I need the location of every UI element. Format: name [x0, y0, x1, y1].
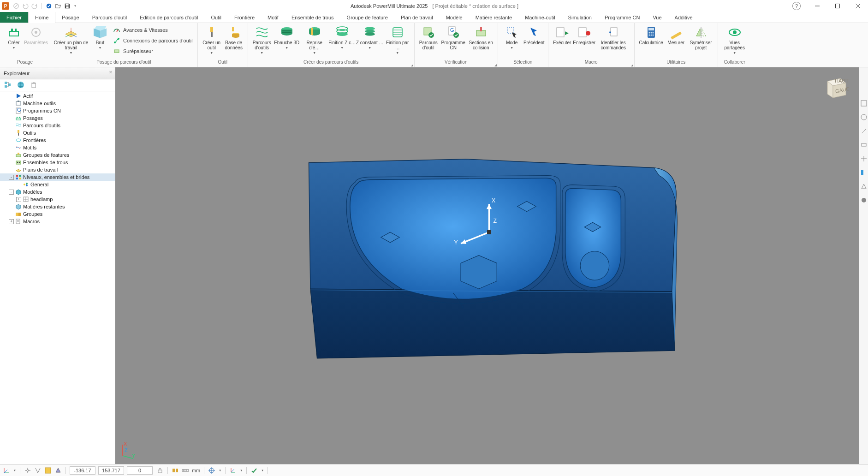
- connexions-parcours-button[interactable]: Connexions de parcours d'outil: [111, 36, 195, 46]
- close-button[interactable]: [848, 0, 868, 12]
- rtool-5-icon[interactable]: [860, 155, 868, 162]
- tree-item[interactable]: Frontières: [0, 137, 115, 144]
- maximize-button[interactable]: [827, 0, 848, 12]
- finition-par-button[interactable]: Finition par …▼: [384, 24, 411, 54]
- calculatrice-button[interactable]: Calculatrice: [637, 24, 665, 45]
- status-ortho-icon[interactable]: [34, 467, 42, 474]
- rtool-4-icon[interactable]: [860, 141, 868, 149]
- tree-item[interactable]: Matières restantes: [0, 203, 115, 210]
- tree-item[interactable]: Machine-outils: [0, 100, 115, 107]
- tree-item[interactable]: Plans de travail: [0, 166, 115, 173]
- rtool-6-icon[interactable]: [860, 169, 868, 176]
- dialog-launcher-icon[interactable]: [411, 64, 413, 66]
- tab-modele[interactable]: Modèle: [440, 12, 469, 23]
- qat-redo-icon[interactable]: [31, 3, 38, 9]
- minimize-button[interactable]: [807, 0, 827, 12]
- status-axis-icon[interactable]: [3, 467, 10, 474]
- status-ruler-icon[interactable]: [182, 467, 189, 474]
- precedent-button[interactable]: Précédent: [523, 24, 545, 45]
- reprise-ebauche-button[interactable]: Reprise d'é…▼: [301, 24, 328, 54]
- tree-item[interactable]: Groupes: [0, 210, 115, 218]
- tab-fichier[interactable]: Fichier: [0, 12, 28, 23]
- symetriser-button[interactable]: Symétriser projet: [687, 24, 715, 50]
- qat-undo-icon[interactable]: [22, 3, 29, 9]
- verif-programme-cn-button[interactable]: G Programme CN: [440, 24, 467, 50]
- tab-motif[interactable]: Motif: [261, 12, 285, 23]
- tree-item[interactable]: +Macros: [0, 218, 115, 225]
- ebauche-3d-button[interactable]: Ebauche 3D▼: [273, 24, 301, 49]
- status-triad-icon[interactable]: [229, 467, 237, 474]
- dialog-launcher-icon[interactable]: [631, 64, 633, 66]
- enregistrer-button[interactable]: Enregistrer: [573, 24, 595, 45]
- explorer-tree-icon[interactable]: [4, 81, 12, 90]
- creer-outil-button[interactable]: Créer un outil▼: [201, 24, 223, 54]
- mesurer-button[interactable]: Mesurer: [665, 24, 687, 45]
- tree-item[interactable]: Motifs: [0, 144, 115, 151]
- rtool-3-icon[interactable]: [860, 127, 868, 135]
- parametres-button[interactable]: Paramètres: [25, 24, 47, 45]
- tab-outil[interactable]: Outil: [204, 12, 228, 23]
- status-check-icon[interactable]: [250, 467, 258, 474]
- tab-plan-travail[interactable]: Plan de travail: [394, 12, 440, 23]
- help-icon[interactable]: ?: [792, 2, 801, 10]
- rtool-8-icon[interactable]: [860, 196, 868, 204]
- view-cube[interactable]: HAUT GAUCHE: [822, 75, 849, 103]
- parcours-outils-button[interactable]: Parcours d'outils▼: [251, 24, 273, 54]
- tab-machine-outil[interactable]: Machine-outil: [518, 12, 561, 23]
- tab-programme-cn[interactable]: Programme CN: [598, 12, 646, 23]
- coord-y[interactable]: 153.717: [98, 466, 124, 475]
- tab-vue[interactable]: Vue: [646, 12, 668, 23]
- status-shade-icon[interactable]: [54, 467, 62, 474]
- tab-posage[interactable]: Posage: [55, 12, 85, 23]
- tree-item[interactable]: GProgrammes CN: [0, 107, 115, 114]
- tree-item[interactable]: Ensembles de trous: [0, 159, 115, 166]
- rtool-2-icon[interactable]: [860, 113, 868, 121]
- base-donnees-button[interactable]: Base de données: [223, 24, 245, 50]
- executer-button[interactable]: Exécuter: [551, 24, 573, 45]
- finition-z-button[interactable]: Finition Z c…▼: [328, 24, 356, 49]
- tab-home[interactable]: Home: [28, 12, 55, 23]
- mode-button[interactable]: Mode▼: [501, 24, 523, 49]
- tree-item[interactable]: +headlamp: [0, 196, 115, 203]
- dialog-launcher-icon[interactable]: [494, 64, 497, 66]
- tab-ensemble-trous[interactable]: Ensemble de trous: [285, 12, 340, 23]
- qat-cancel-icon[interactable]: [13, 3, 19, 9]
- tree-item[interactable]: Outils: [0, 129, 115, 137]
- explorer-close-icon[interactable]: ×: [109, 69, 112, 75]
- tree-item[interactable]: General: [0, 181, 115, 188]
- identifier-commandes-button[interactable]: Identifier les commandes: [595, 24, 631, 50]
- sections-collision-button[interactable]: Sections en collision: [467, 24, 495, 50]
- tab-simulation[interactable]: Simulation: [562, 12, 598, 23]
- tree-item[interactable]: Parcours d'outils: [0, 122, 115, 129]
- avances-vitesses-button[interactable]: Avances & Vitesses: [111, 25, 195, 35]
- coord-z[interactable]: 0: [127, 466, 153, 475]
- explorer-trash-icon[interactable]: [30, 81, 38, 90]
- tree-item[interactable]: Actif: [0, 92, 115, 100]
- rtool-7-icon[interactable]: [860, 183, 868, 190]
- tree-item[interactable]: Groupes de features: [0, 151, 115, 159]
- status-target-icon[interactable]: [208, 467, 215, 474]
- viewport-3d[interactable]: X Y Z HAUT GAUCHE X Y Z: [115, 67, 859, 464]
- surepaisseur-button[interactable]: Surépaisseur: [111, 46, 195, 56]
- verif-parcours-button[interactable]: Parcours d'outil: [417, 24, 440, 50]
- expand-icon[interactable]: +: [9, 219, 14, 224]
- status-units-icon[interactable]: [172, 467, 179, 474]
- tree-item[interactable]: -Niveaux, ensembles et brides: [0, 173, 115, 181]
- tree-item[interactable]: Posages: [0, 114, 115, 122]
- expand-icon[interactable]: +: [16, 197, 21, 202]
- rtool-1-icon[interactable]: [860, 100, 868, 107]
- tab-additive[interactable]: Additive: [668, 12, 699, 23]
- explorer-globe-icon[interactable]: [17, 81, 25, 90]
- status-grid-icon[interactable]: [44, 467, 52, 474]
- tab-frontiere[interactable]: Frontière: [228, 12, 261, 23]
- qat-check-icon[interactable]: [46, 3, 52, 9]
- qat-open-icon[interactable]: [55, 3, 61, 9]
- tree-item[interactable]: -Modèles: [0, 188, 115, 196]
- expand-icon[interactable]: -: [9, 190, 14, 195]
- tab-groupe-feature[interactable]: Groupe de feature: [340, 12, 394, 23]
- coord-x[interactable]: -136.17: [70, 466, 95, 475]
- status-snap-icon[interactable]: [24, 467, 31, 474]
- creer-button[interactable]: Créer▼: [3, 24, 25, 49]
- tab-edition-parcours[interactable]: Edition de parcours d'outil: [133, 12, 204, 23]
- creer-plan-travail-button[interactable]: Créer un plan de travail▼: [53, 24, 89, 54]
